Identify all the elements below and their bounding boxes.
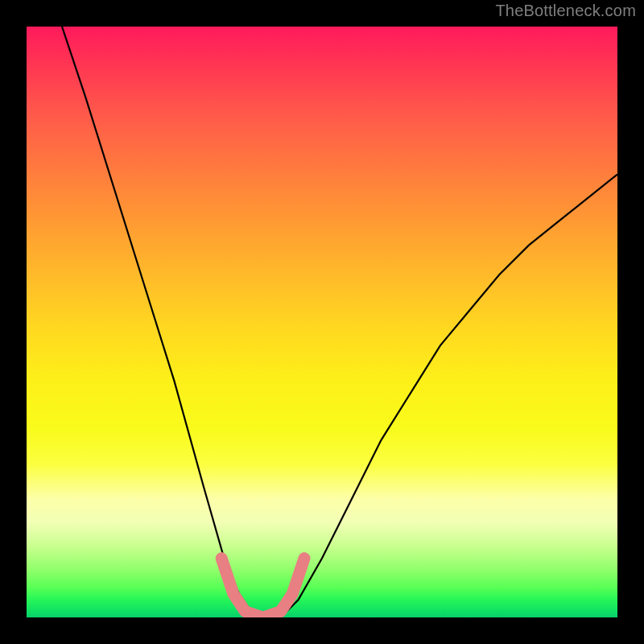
watermark-text: TheBottleneck.com — [495, 2, 636, 20]
optimal-zone-marker — [221, 559, 304, 617]
chart-frame: TheBottleneck.com — [0, 0, 644, 644]
chart-plot-area — [27, 27, 617, 617]
chart-svg — [27, 27, 617, 617]
bottleneck-curve — [62, 27, 617, 617]
